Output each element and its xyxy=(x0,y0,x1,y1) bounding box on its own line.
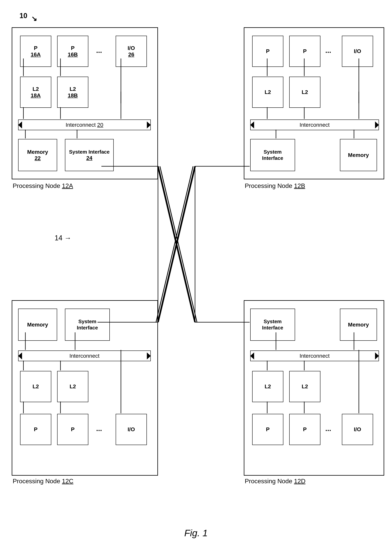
io-c: I/O xyxy=(116,414,147,445)
dots-b-top: ... xyxy=(325,46,331,55)
node-a: P 16A P 16B ... I/O 26 L2 18A L2 18B Int… xyxy=(12,27,158,179)
node-d-label: Processing Node 12D xyxy=(245,478,305,485)
l2-b1: L2 xyxy=(252,76,283,108)
svg-line-37 xyxy=(158,166,195,322)
svg-line-39 xyxy=(156,166,193,322)
memory-c: Memory xyxy=(18,309,57,341)
l2-b2: L2 xyxy=(289,76,320,108)
processor-c1: P xyxy=(20,414,51,445)
io-d: I/O xyxy=(342,414,373,445)
ref-10: 10 xyxy=(20,12,27,20)
processor-16b: P 16B xyxy=(57,36,88,67)
io-26: I/O 26 xyxy=(116,36,147,67)
processor-16a: P 16A xyxy=(20,36,51,67)
node-a-label: Processing Node 12A xyxy=(13,182,73,189)
interconnect-c: Interconnect xyxy=(18,351,151,361)
processor-b2: P xyxy=(289,36,320,67)
svg-line-36 xyxy=(158,166,195,322)
io-b: I/O xyxy=(342,36,373,67)
system-interface-c: SystemInterface xyxy=(65,309,110,341)
system-interface-24: System Interface 24 xyxy=(65,139,114,171)
memory-d: Memory xyxy=(340,309,377,341)
system-interface-b: SystemInterface xyxy=(250,139,295,171)
node-c: Memory SystemInterface Interconnect L2 L… xyxy=(12,300,158,476)
processor-b1: P xyxy=(252,36,283,67)
interconnect-b: Interconnect xyxy=(250,119,379,130)
ref-14: 14 → xyxy=(55,234,71,242)
ref-10-arrow: ↘ xyxy=(31,15,37,23)
memory-22: Memory 22 xyxy=(18,139,57,171)
memory-b: Memory xyxy=(340,139,377,171)
system-interface-d: SystemInterface xyxy=(250,309,295,341)
dots-c-bottom: ... xyxy=(96,425,102,433)
node-b: P P ... I/O L2 L2 Interconnect SystemInt… xyxy=(244,27,384,179)
interconnect-20: Interconnect 20 xyxy=(18,119,151,130)
figure-caption: Fig. 1 xyxy=(184,528,208,538)
node-b-label: Processing Node 12B xyxy=(245,182,305,189)
processor-d1: P xyxy=(252,414,283,445)
dots-a-top: ... xyxy=(96,46,102,55)
l2-d1: L2 xyxy=(252,371,283,402)
node-d: SystemInterface Memory Interconnect L2 L… xyxy=(244,300,384,476)
l2-c1: L2 xyxy=(20,371,51,402)
dots-d-bottom: ... xyxy=(325,425,331,433)
l2-d2: L2 xyxy=(289,371,320,402)
interconnect-d: Interconnect xyxy=(250,351,379,361)
l2-c2: L2 xyxy=(57,371,88,402)
svg-line-38 xyxy=(160,166,197,322)
processor-d2: P xyxy=(289,414,320,445)
l2-18a: L2 18A xyxy=(20,76,51,108)
processor-c2: P xyxy=(57,414,88,445)
l2-18b: L2 18B xyxy=(57,76,88,108)
node-c-label: Processing Node 12C xyxy=(13,478,73,485)
